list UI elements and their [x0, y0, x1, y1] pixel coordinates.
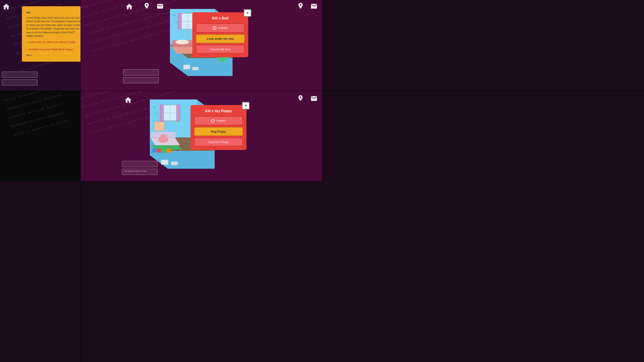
bed-popup-title: Kili s Bed [196, 16, 245, 20]
hug-poppy-button[interactable]: Hug Poppy [194, 127, 243, 136]
svg-point-39 [164, 134, 166, 138]
log-box-br-2: Kili looked under her bed [122, 169, 158, 175]
log-text-1: ... [4, 73, 35, 75]
log-box-2: ... [2, 79, 38, 86]
bed-popup: × Kili s Bed i Inspect Look under the be… [192, 12, 248, 57]
mail-icon-far-top-right[interactable] [310, 3, 318, 10]
home-icon-top-right[interactable] [125, 3, 133, 11]
divider-vertical [80, 0, 81, 181]
log-box-tr-1: ... [123, 69, 159, 75]
panel-top-left: WWW.JIUXIA.COM WWW.JIUXIA.COM WWW.JIUXIA… [0, 0, 80, 90]
home-icon-bottom-right[interactable] [124, 96, 132, 104]
toy-popup: × Kili s toy Poppy i Inspect Hug Poppy S… [190, 105, 246, 150]
svg-rect-42 [157, 149, 162, 153]
log-text-2: ... [4, 81, 35, 83]
info-icon-toy: i [211, 119, 215, 123]
toy-popup-title: Kili s toy Poppy [194, 109, 243, 113]
log-text-tr-2: ... [125, 78, 156, 81]
log-box-tr-2: ... [123, 77, 159, 83]
home-icon-top-left[interactable] [2, 3, 10, 11]
pin-icon-bottom-right[interactable] [297, 94, 304, 102]
svg-rect-21 [183, 65, 190, 69]
mail-icon-bottom-right[interactable] [310, 95, 318, 102]
log-box-1: ... [2, 71, 38, 78]
info-icon-bed: i [213, 26, 216, 30]
letter-greeting: Kill, [26, 11, 80, 14]
toy-popup-close[interactable]: × [242, 102, 250, 109]
svg-point-32 [154, 106, 155, 108]
letter-signature: Mom [26, 53, 80, 57]
pin-icon-far-top-right[interactable] [297, 2, 304, 9]
svg-point-33 [156, 113, 157, 115]
letter-body: I know things have been hard ever since … [26, 16, 80, 38]
svg-rect-43 [162, 149, 166, 153]
panel-top-right: WWW.JIUXIA.COM WWW.JIUXIA.COM WWW.JIUXIA… [80, 0, 322, 90]
squeeze-poppy-button[interactable]: Squeeze Poppy [194, 138, 243, 146]
letter-clue1: -- Look under the place you sleep at nig… [26, 40, 80, 44]
look-under-bed-button[interactable]: Look under the bed [196, 34, 245, 43]
divider-horizontal [0, 90, 322, 91]
svg-rect-31 [176, 105, 180, 122]
panel-bottom-left: WWW.JIUXIA.COM WWW.JIUXIA.COM WWW.JIUXIA… [0, 90, 80, 181]
log-text-tr-1: ... [125, 71, 156, 73]
bed-popup-close[interactable]: × [244, 9, 251, 17]
panel-bottom-right: WWW.JIUXIA.COM WWW.JIUXIA.COM WWW.JIUXIA… [80, 90, 322, 181]
watermark-grid-bl: WWW.JIUXIA.COM WWW.JIUXIA.COM WWW.JIUXIA… [0, 90, 80, 181]
svg-rect-30 [160, 105, 164, 122]
letter-clue2: -- And then hug your Teddy Bear Poppy. [26, 48, 80, 51]
pin-icon-top-right[interactable] [143, 2, 150, 9]
toy-inspect-button[interactable]: i Inspect [194, 116, 243, 125]
svg-rect-47 [171, 162, 178, 165]
mail-icon-top-right[interactable] [156, 3, 164, 10]
search-bed-button[interactable]: Search the bed [196, 45, 245, 54]
svg-rect-7 [178, 13, 182, 29]
log-box-br-1: ... [122, 161, 158, 167]
log-text-br-2: Kili looked under her bed [124, 170, 156, 172]
svg-point-16 [176, 40, 189, 44]
letter-popup: × Kill, I know things have been hard eve… [22, 6, 80, 62]
svg-point-38 [160, 134, 162, 138]
bed-inspect-button[interactable]: i Inspect [196, 23, 245, 33]
svg-rect-41 [152, 149, 156, 153]
svg-rect-46 [161, 160, 168, 165]
svg-point-10 [176, 22, 177, 23]
letter-content: Kill, I know things have been hard ever … [26, 11, 80, 57]
svg-rect-22 [192, 67, 198, 70]
svg-point-9 [174, 15, 175, 16]
svg-rect-44 [167, 149, 171, 153]
svg-rect-45 [154, 122, 164, 131]
log-text-br-1: ... [124, 162, 156, 164]
